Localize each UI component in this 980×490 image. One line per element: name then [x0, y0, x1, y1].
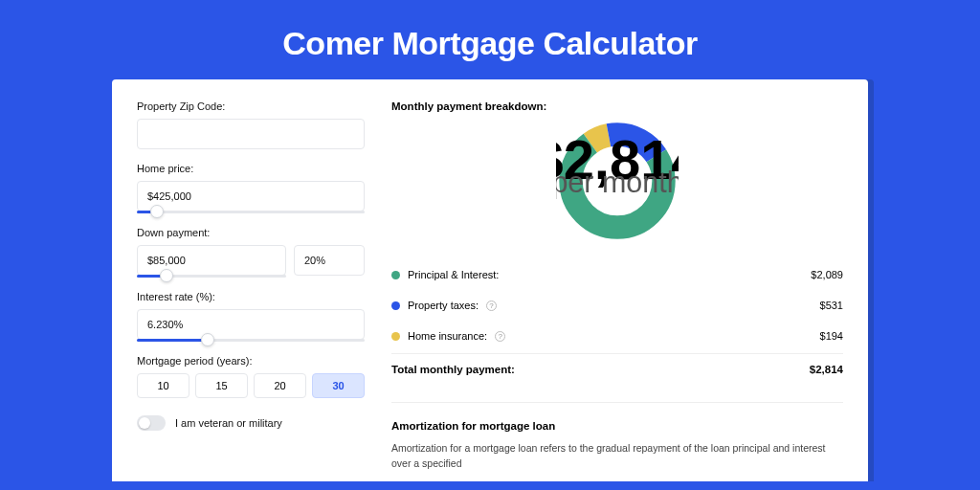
legend-row: Principal & Interest:$2,089 — [391, 259, 843, 290]
legend-value: $194 — [820, 330, 843, 342]
total-value: $2,814 — [810, 364, 843, 375]
period-option-10[interactable]: 10 — [137, 373, 189, 398]
help-icon[interactable]: ? — [486, 301, 497, 311]
down-payment-input[interactable] — [137, 245, 286, 276]
donut-chart: $2,814 per month — [391, 120, 843, 246]
zip-field: Property Zip Code: — [137, 100, 365, 149]
period-option-20[interactable]: 20 — [254, 373, 306, 398]
page-title: Comer Mortgage Calculator — [0, 0, 980, 79]
amortization-text: Amortization for a mortgage loan refers … — [391, 441, 843, 472]
period-label: Mortgage period (years): — [137, 355, 365, 367]
legend-dot — [391, 332, 400, 341]
breakdown-panel: Monthly payment breakdown: $2,814 per mo… — [391, 100, 843, 481]
period-option-15[interactable]: 15 — [195, 373, 248, 398]
interest-input[interactable] — [137, 309, 365, 340]
slider-thumb[interactable] — [160, 269, 173, 282]
legend-label: Home insurance: — [408, 330, 487, 342]
form-panel: Property Zip Code: Home price: Down paym… — [137, 100, 365, 481]
zip-label: Property Zip Code: — [137, 100, 365, 112]
slider-thumb[interactable] — [201, 333, 214, 346]
legend-dot — [391, 271, 400, 279]
zip-input[interactable] — [137, 119, 365, 149]
calculator-card: Property Zip Code: Home price: Down paym… — [112, 79, 868, 481]
down-payment-field: Down payment: — [137, 227, 365, 278]
legend-value: $531 — [820, 300, 843, 311]
interest-slider[interactable] — [137, 339, 365, 342]
home-price-slider[interactable] — [137, 211, 365, 213]
total-label: Total monthly payment: — [391, 364, 515, 375]
down-payment-label: Down payment: — [137, 227, 365, 238]
veteran-row: I am veteran or military — [137, 415, 365, 431]
amortization-title: Amortization for mortgage loan — [391, 402, 843, 432]
legend-row: Home insurance:?$194 — [391, 321, 843, 351]
legend-label: Property taxes: — [408, 300, 479, 311]
legend-dot — [391, 301, 400, 310]
veteran-label: I am veteran or military — [175, 417, 282, 429]
legend-row: Property taxes:?$531 — [391, 290, 843, 321]
veteran-toggle[interactable] — [137, 415, 166, 431]
period-option-30[interactable]: 30 — [312, 373, 365, 398]
home-price-label: Home price: — [137, 163, 365, 174]
home-price-field: Home price: — [137, 163, 365, 213]
donut-center-sub: per month — [556, 166, 679, 199]
breakdown-title: Monthly payment breakdown: — [391, 100, 843, 112]
slider-thumb[interactable] — [150, 205, 164, 218]
down-payment-pct-input[interactable] — [294, 245, 365, 276]
interest-label: Interest rate (%): — [137, 291, 365, 302]
legend-value: $2,089 — [811, 269, 843, 280]
interest-field: Interest rate (%): — [137, 291, 365, 342]
help-icon[interactable]: ? — [495, 331, 505, 342]
legend-label: Principal & Interest: — [408, 269, 499, 280]
period-field: Mortgage period (years): 10152030 — [137, 355, 365, 398]
total-row: Total monthly payment: $2,814 — [391, 353, 843, 389]
down-payment-slider[interactable] — [137, 275, 286, 278]
home-price-input[interactable] — [137, 181, 365, 212]
